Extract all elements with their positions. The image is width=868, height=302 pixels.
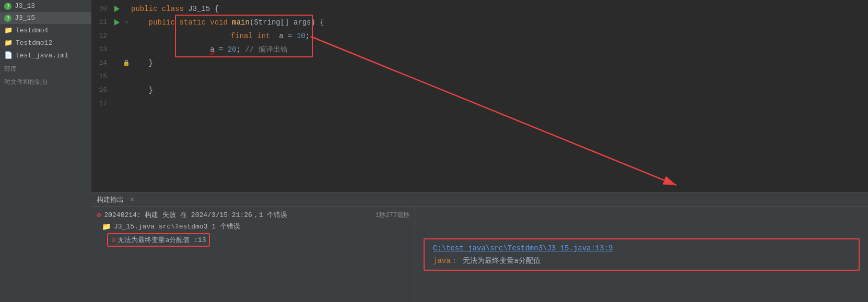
sidebar-label-testdmo4: Testdmo4: [16, 27, 48, 34]
java-label: java：: [433, 257, 458, 265]
line-num-14: 14: [91, 56, 112, 70]
java-icon-j3-15: J: [4, 15, 11, 22]
java-error-text: 无法为最终变量a分配值: [463, 257, 540, 265]
file-link[interactable]: C:\test_java\src\Testdmo3\J3_15.java:13:…: [433, 244, 613, 252]
code-line-17: 17: [91, 97, 868, 111]
run-arrow-10[interactable]: [114, 6, 120, 12]
build-time: 1秒277毫秒: [376, 211, 409, 220]
sidebar-item-testdmo4[interactable]: 📁 Testdmo4: [0, 24, 91, 37]
panel-content: ⊘ 20240214: 构建 失败 在 2024/3/15 21:26，1 个错…: [91, 207, 868, 302]
error-file-text: J3_15.java src\Testdmo3 1 个错误: [114, 222, 240, 231]
error-icon-build: ⊘: [97, 211, 101, 220]
line-num-13: 13: [91, 43, 112, 56]
right-error-box: C:\test_java\src\Testdmo3\J3_15.java:13:…: [424, 238, 860, 271]
sidebar-item-j3-15[interactable]: J J3_15: [0, 12, 91, 24]
line-num-12: 12: [91, 29, 112, 43]
line-num-17: 17: [91, 97, 112, 111]
fold-icon-11[interactable]: ▽: [125, 16, 128, 29]
sidebar-label-j3-15: J3_15: [15, 14, 35, 22]
code-lines: 10 public class J3_15 { 11 ▽ public stat…: [91, 0, 868, 113]
java-icon-j3-13: J: [4, 3, 11, 10]
sidebar-item-iml[interactable]: 📄 test_java.iml: [0, 49, 91, 62]
file-folder-icon: 📁: [102, 222, 111, 231]
error-message-text: 无法为最终变量a分配值 :13: [118, 235, 206, 245]
sidebar-item-j3-13[interactable]: J J3_13: [0, 0, 91, 12]
line-content-12: final int a = 10;: [131, 1, 868, 71]
file-icon-iml: 📄: [4, 51, 13, 59]
line-content-16: }: [131, 83, 868, 97]
sidebar-section-files: 时文件和控制台: [0, 75, 91, 88]
right-file-link-row: C:\test_java\src\Testdmo3\J3_15.java:13:…: [433, 244, 850, 253]
bottom-panel: 构建输出 × ⊘ 20240214: 构建 失败 在 2024/3/15 21:…: [91, 192, 868, 302]
panel-header: 构建输出 ×: [91, 193, 868, 207]
editor: 10 public class J3_15 { 11 ▽ public stat…: [91, 0, 868, 192]
build-info-text: 20240214: 构建 失败 在 2024/3/15 21:26，1 个错误: [104, 210, 287, 220]
run-btn-11[interactable]: [112, 19, 122, 26]
panel-right: C:\test_java\src\Testdmo3\J3_15.java:13:…: [415, 207, 868, 302]
sidebar-label-j3-13: J3_13: [15, 2, 35, 10]
line-num-15: 15: [91, 70, 112, 83]
error-message-box[interactable]: ⊘ 无法为最终变量a分配值 :13: [107, 233, 210, 247]
code-line-15: 15: [91, 70, 868, 83]
line-num-11: 11: [91, 16, 112, 29]
error-file-row: 📁 J3_15.java src\Testdmo3 1 个错误: [97, 222, 409, 231]
line-num-10: 10: [91, 2, 112, 16]
sidebar-item-testdmo12[interactable]: 📁 Testdmo12: [0, 37, 91, 49]
folder-icon-testdmo4: 📁: [4, 26, 13, 34]
panel-left: ⊘ 20240214: 构建 失败 在 2024/3/15 21:26，1 个错…: [91, 207, 415, 302]
sidebar-label-testdmo12: Testdmo12: [16, 39, 52, 47]
line-num-16: 16: [91, 83, 112, 97]
folder-icon-testdmo12: 📁: [4, 39, 13, 47]
error-icon-msg: ⊘: [111, 236, 115, 245]
panel-tab-build[interactable]: 构建输出: [97, 195, 124, 204]
build-info-row: ⊘ 20240214: 构建 失败 在 2024/3/15 21:26，1 个错…: [97, 210, 409, 220]
run-arrow-11[interactable]: [114, 19, 120, 26]
right-java-error-row: java： 无法为最终变量a分配值: [433, 256, 850, 265]
run-btn-10[interactable]: [112, 6, 122, 12]
sidebar-label-iml: test_java.iml: [16, 52, 68, 59]
panel-close-button[interactable]: ×: [130, 196, 134, 204]
fold-11[interactable]: ▽: [122, 16, 131, 29]
sidebar-section-library: 部库: [0, 62, 91, 75]
code-line-16: 16 }: [91, 83, 868, 97]
sidebar: J J3_13 J J3_15 📁 Testdmo4 📁 Testdmo12 📄…: [0, 0, 91, 302]
main-area: 10 public class J3_15 { 11 ▽ public stat…: [91, 0, 868, 302]
error-detail-row: ⊘ 无法为最终变量a分配值 :13: [97, 233, 409, 247]
lock-14: 🔒: [122, 56, 131, 70]
lock-icon-14: 🔒: [123, 56, 130, 70]
code-line-12: 12 final int a = 10;: [91, 29, 868, 43]
